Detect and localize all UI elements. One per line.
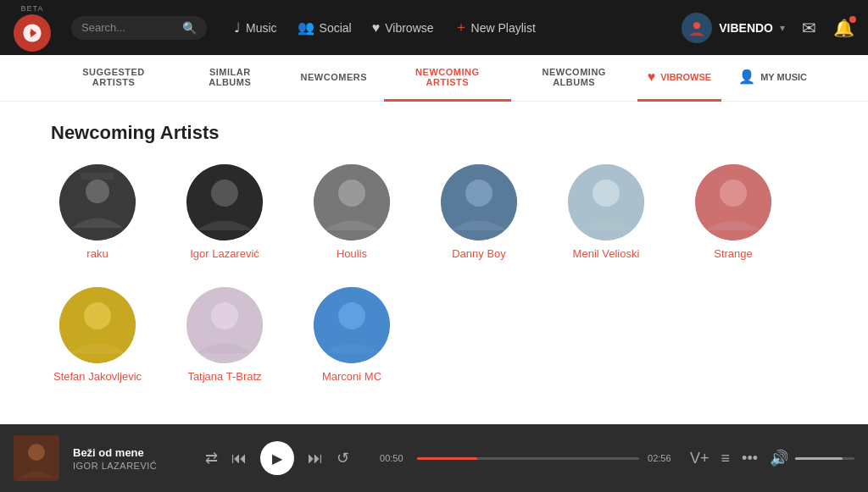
artist-card-stefan[interactable]: Stefan Jakovljevic: [51, 287, 144, 383]
volume-section: 🔊: [770, 449, 854, 467]
artist-name-menil: Menil Velioski: [573, 247, 640, 260]
artist-name-strange: Strange: [714, 247, 753, 260]
queue-icon[interactable]: ≡: [721, 450, 731, 467]
next-button[interactable]: ⏭: [308, 450, 323, 467]
play-pause-button[interactable]: ▶: [260, 441, 294, 475]
artist-image-marconi: [314, 287, 390, 363]
svg-point-19: [211, 302, 238, 329]
artist-name-danny-boy: Danny Boy: [452, 247, 506, 260]
svg-point-2: [693, 22, 700, 29]
player-controls: ⇄ ⏮ ▶ ⏭ ↺: [205, 441, 349, 475]
previous-button[interactable]: ⏮: [231, 450, 247, 467]
notifications-button[interactable]: 🔔: [833, 18, 854, 38]
artist-image-menil: [568, 164, 644, 240]
tab-my-music[interactable]: 👤 My Music: [728, 55, 817, 102]
artist-avatar-stefan: [59, 287, 136, 363]
artist-image-stefan: [59, 287, 136, 363]
user-avatar: [682, 13, 712, 43]
vibendo-icon[interactable]: V+: [690, 450, 709, 467]
search-icon[interactable]: 🔍: [182, 21, 197, 35]
nav-vibrowse[interactable]: ♥ Vibrowse: [372, 20, 434, 36]
chevron-down-icon: ▾: [780, 22, 785, 34]
player-thumb-image: [14, 435, 59, 481]
artist-avatar-tatjana: [186, 287, 263, 363]
progress-bar[interactable]: [417, 457, 639, 460]
artist-card-raku[interactable]: raku: [51, 164, 144, 260]
artist-avatar-raku: [59, 164, 136, 240]
svg-point-21: [338, 302, 365, 329]
artist-name-stefan: Stefan Jakovljevic: [53, 370, 142, 383]
player-bar: Beži od mene IGOR LAZAREVIĆ ⇄ ⏮ ▶ ⏭ ↺ 00…: [0, 424, 868, 492]
social-icon: 👥: [298, 19, 314, 36]
svg-point-15: [720, 180, 747, 207]
artist-card-houlis[interactable]: Houlis: [305, 164, 398, 260]
track-art-icon: [14, 435, 59, 481]
artist-avatar-danny-boy: [441, 164, 517, 240]
more-options-icon[interactable]: •••: [742, 450, 758, 467]
artist-image-danny-boy: [441, 164, 517, 240]
mail-button[interactable]: ✉: [802, 18, 816, 38]
user-menu[interactable]: VIBENDO ▾: [682, 13, 785, 43]
artist-card-menil[interactable]: Menil Velioski: [559, 164, 653, 260]
nav-music[interactable]: ♩ Music: [234, 19, 277, 36]
tab-newcoming-albums[interactable]: Newcoming Albums: [511, 55, 637, 102]
new-playlist-button[interactable]: ＋ New Playlist: [454, 19, 536, 36]
artist-avatar-marconi: [314, 287, 390, 363]
player-song-title: Beži od mene: [73, 446, 175, 459]
artist-avatar-strange: [695, 164, 771, 240]
artist-name-raku: raku: [86, 247, 108, 260]
my-music-tab-label: My Music: [760, 72, 807, 82]
repeat-button[interactable]: ↺: [337, 449, 349, 467]
nav-social[interactable]: 👥 Social: [298, 19, 352, 36]
tab-suggested-artists[interactable]: Suggested Artists: [51, 55, 176, 102]
tab-similar-albums[interactable]: Similar Albums: [176, 55, 284, 102]
tab-newcomers[interactable]: Newcomers: [284, 55, 384, 102]
vibrowse-nav-icon: ♥: [372, 20, 381, 36]
tabs-bar: Suggested Artists Similar Albums Newcome…: [0, 55, 868, 102]
artist-avatar-menil: [568, 164, 644, 240]
svg-point-9: [338, 180, 365, 207]
svg-point-23: [28, 444, 45, 461]
player-thumbnail: [14, 435, 59, 481]
main-nav: ♩ Music 👥 Social ♥ Vibrowse ＋ New Playli…: [234, 19, 668, 36]
player-info: Beži od mene IGOR LAZAREVIĆ: [73, 446, 175, 471]
svg-point-0: [30, 30, 34, 35]
tab-vibrowse[interactable]: ♥ Vibrowse: [637, 55, 721, 102]
artist-name-tatjana: Tatjana T-Bratz: [187, 370, 261, 383]
header-right: VIBENDO ▾ ✉ 🔔: [682, 13, 854, 43]
beta-badge: BETA: [21, 4, 44, 13]
volume-icon[interactable]: 🔊: [770, 449, 788, 467]
shuffle-button[interactable]: ⇄: [205, 449, 218, 467]
nav-social-label: Social: [320, 21, 352, 35]
artist-name-marconi: Marconi MC: [322, 370, 381, 383]
search-input[interactable]: [81, 21, 175, 34]
logo-circle[interactable]: [14, 14, 51, 52]
logo-icon: [20, 21, 44, 45]
main-content: Newcoming Artists raku: [0, 102, 868, 424]
artists-grid: raku Igor Lazarević Houlis: [51, 164, 817, 383]
artist-image-tatjana: [186, 287, 263, 363]
notification-dot: [849, 16, 856, 23]
artist-card-danny-boy[interactable]: Danny Boy: [432, 164, 526, 260]
plus-icon: ＋: [454, 19, 468, 36]
artist-image-raku: [59, 164, 136, 240]
tab-newcoming-artists[interactable]: Newcoming Artists: [384, 55, 511, 102]
new-playlist-label: New Playlist: [471, 21, 536, 35]
vibrowse-tab-icon: ♥: [648, 69, 656, 85]
svg-point-4: [86, 180, 109, 203]
header: BETA 🔍 ♩ Music 👥 Social ♥ Vibrowse ＋ New…: [0, 0, 868, 55]
svg-point-13: [593, 180, 620, 207]
volume-fill: [795, 457, 843, 460]
artist-image-houlis: [314, 164, 390, 240]
search-box[interactable]: 🔍: [71, 16, 207, 40]
svg-point-11: [465, 180, 492, 207]
artist-card-strange[interactable]: Strange: [687, 164, 780, 260]
artist-card-marconi[interactable]: Marconi MC: [305, 287, 398, 383]
artist-avatar-houlis: [314, 164, 390, 240]
svg-point-7: [211, 180, 238, 207]
artist-card-tatjana[interactable]: Tatjana T-Bratz: [178, 287, 271, 383]
total-time: 02:56: [648, 453, 676, 463]
artist-card-igor[interactable]: Igor Lazarević: [178, 164, 271, 260]
section-title: Newcoming Artists: [51, 122, 817, 144]
volume-bar[interactable]: [795, 457, 854, 460]
